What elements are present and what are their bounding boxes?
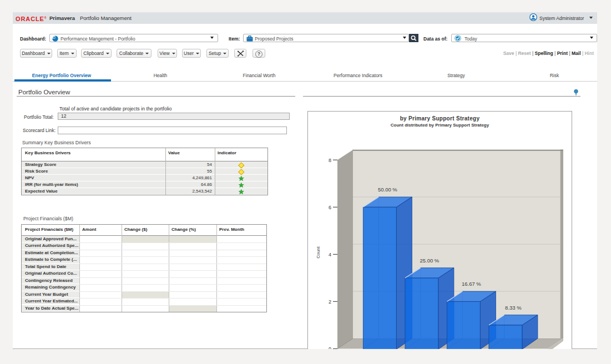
svg-text:50.00 %: 50.00 % [378, 186, 397, 193]
svg-text:25.00 %: 25.00 % [420, 257, 439, 264]
svg-text:16.67 %: 16.67 % [462, 281, 481, 287]
svg-text:8.33 %: 8.33 % [505, 305, 522, 311]
svg-text:4: 4 [329, 252, 331, 257]
svg-text:0: 0 [329, 346, 331, 349]
svg-text:8: 8 [329, 158, 331, 163]
svg-text:2: 2 [329, 299, 331, 305]
svg-text:Count: Count [316, 246, 321, 259]
svg-text:6: 6 [329, 205, 331, 210]
